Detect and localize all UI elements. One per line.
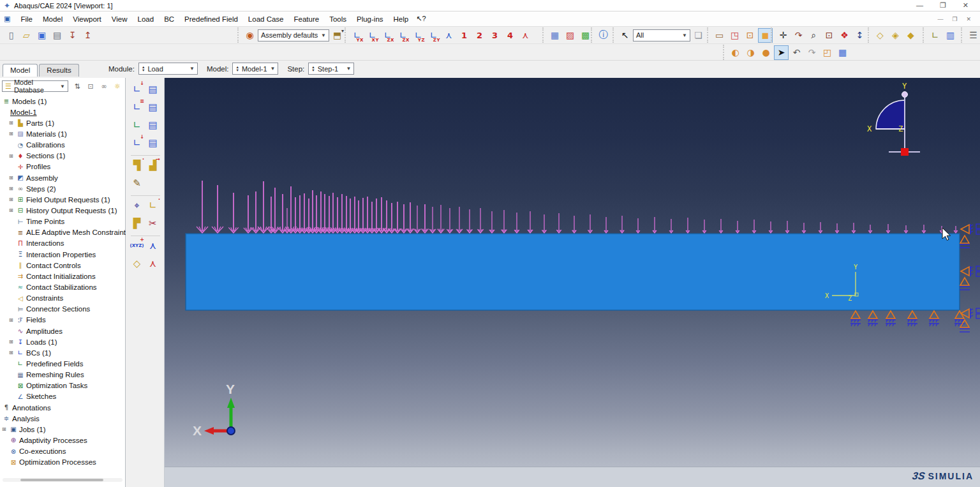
- tree-item[interactable]: ⊞ ¶ Annotations: [0, 402, 126, 413]
- expand-icon[interactable]: ⊞: [9, 317, 16, 323]
- user-view-1-button[interactable]: 1: [457, 28, 471, 43]
- select-displayed-button[interactable]: ▭: [712, 28, 727, 43]
- load-manager-button[interactable]: ▤: [145, 80, 161, 98]
- tree-collapse-button[interactable]: ⊡: [85, 81, 96, 92]
- color-code-combobox[interactable]: Assembly defaults▼: [258, 29, 329, 41]
- viewport-overlay-1-button[interactable]: ◐: [728, 45, 743, 60]
- bottom-view-button[interactable]: ∟ZX: [396, 28, 410, 43]
- viewport-circle-button[interactable]: ●: [759, 45, 773, 60]
- menu-item[interactable]: View: [107, 13, 133, 25]
- tree-item[interactable]: ⊞ ▣ Jobs (1): [0, 424, 126, 435]
- attachment-tool-button[interactable]: ∟ ·: [145, 197, 161, 214]
- menu-item[interactable]: Plug-ins: [352, 13, 389, 25]
- expand-icon[interactable]: ⊞: [9, 207, 16, 213]
- tree-item[interactable]: ⊞ Ξ Interaction Properties: [0, 249, 126, 260]
- tree-filter-button[interactable]: ☼: [112, 81, 123, 92]
- cut-tool-button[interactable]: ✂: [145, 214, 161, 232]
- tree-item[interactable]: ⊞ ◔ Calibrations: [0, 140, 126, 151]
- tree-item[interactable]: ⊞ ▙ Parts (1): [0, 117, 126, 128]
- menu-item[interactable]: Model: [38, 13, 68, 25]
- viewport-overlay-2-button[interactable]: ◑: [743, 45, 758, 60]
- hidden-line-render-button[interactable]: ◈: [888, 28, 903, 43]
- undo-button[interactable]: ↶: [789, 45, 804, 60]
- pan-view-button[interactable]: ✛: [776, 28, 791, 43]
- partition-tool-button[interactable]: ▛: [129, 214, 145, 232]
- wireframe-render-button[interactable]: ◇: [873, 28, 887, 43]
- tree-item[interactable]: ⊞ ⊠ Optimization Processes: [0, 457, 126, 468]
- viewport-restore-button[interactable]: ❐: [952, 16, 957, 22]
- tree-toggle-button[interactable]: ☰: [966, 28, 980, 43]
- fit-view-button[interactable]: ❖: [837, 28, 852, 43]
- create-bc-button[interactable]: ∟ ≡: [129, 98, 145, 116]
- expand-icon[interactable]: ⊞: [9, 153, 16, 159]
- menu-item[interactable]: Feature: [288, 13, 324, 25]
- right-view-button[interactable]: ∟ZY: [426, 28, 441, 43]
- menu-item[interactable]: Load: [133, 13, 160, 25]
- user-view-3-button[interactable]: 3: [487, 28, 502, 43]
- menu-item[interactable]: Viewport: [68, 13, 107, 25]
- datum-csys-tool-button[interactable]: ⋏: [145, 255, 161, 273]
- mesh-edit-button[interactable]: ▨: [563, 28, 577, 43]
- front-view-button[interactable]: ∟YX: [350, 28, 364, 43]
- step-combobox[interactable]: ▲▼ Step-1▼: [308, 63, 354, 75]
- expand-icon[interactable]: ⊞: [9, 186, 16, 191]
- tree-item[interactable]: ⊞ ∟ BCs (1): [0, 347, 126, 358]
- datum-plane-tool-button[interactable]: ◇: [129, 255, 145, 273]
- top-view-button[interactable]: ∟ZX: [380, 28, 395, 43]
- tree-item[interactable]: ⊞ ◩ Assembly: [0, 172, 126, 183]
- shaded-render-button[interactable]: ◆: [903, 28, 918, 43]
- create-load-button[interactable]: ∟ ↓: [129, 80, 145, 98]
- tree-spinner[interactable]: ⇅: [71, 81, 83, 92]
- expand-icon[interactable]: ⊞: [9, 339, 16, 345]
- tree-item[interactable]: ⊞ ⊗ Co-executions: [0, 446, 126, 457]
- left-view-button[interactable]: ∟YZ: [411, 28, 426, 43]
- tree-item[interactable]: ⊞ ◁ Constraints: [0, 293, 126, 304]
- menu-item[interactable]: BC: [159, 13, 179, 25]
- model-combobox[interactable]: ▲▼ Model-1▼: [232, 63, 278, 75]
- import-button[interactable]: ↧: [65, 28, 80, 43]
- tree-item[interactable]: ⊞ ≑ Analysis: [0, 413, 126, 424]
- load-case-manager-button[interactable]: ▤: [145, 134, 161, 152]
- tree-item[interactable]: ⊞ ∿ Amplitudes: [0, 326, 126, 336]
- tree-item[interactable]: ⊞ ✛ Profiles: [0, 161, 126, 172]
- color-code-palette-button[interactable]: ◉: [242, 28, 257, 43]
- tree-item[interactable]: ⊞ ∠ Sketches: [0, 391, 126, 402]
- overlay-button[interactable]: ❏: [691, 28, 706, 43]
- viewport-close-button[interactable]: ✕: [966, 16, 971, 22]
- viewport-minimize-button[interactable]: —: [937, 16, 943, 22]
- save-file-button[interactable]: ▣: [34, 28, 49, 43]
- mesh-display-button[interactable]: ▦: [547, 28, 562, 43]
- tree-item[interactable]: ⊞ ≣ Models (1): [0, 96, 126, 107]
- selection-filter-combobox[interactable]: All▼: [633, 29, 690, 41]
- datum-axis-tool-button[interactable]: ⋏: [145, 237, 161, 255]
- print-button[interactable]: ▤: [50, 28, 64, 43]
- open-file-button[interactable]: ▱: [19, 28, 34, 43]
- rotate-view-button[interactable]: ↷: [791, 28, 806, 43]
- annotation-pointer-button[interactable]: ➤: [774, 45, 789, 60]
- tree-item[interactable]: ⊞ ∟ Predefined Fields: [0, 358, 126, 369]
- tree-item[interactable]: ⊞ ⊕ Adaptivity Processes: [0, 435, 126, 446]
- export-button[interactable]: ↥: [80, 28, 95, 43]
- bc-manager-button[interactable]: ▤: [145, 98, 161, 116]
- tree-item[interactable]: ⊞ ♦ Sections (1): [0, 151, 126, 161]
- expand-icon[interactable]: ⊞: [9, 175, 16, 181]
- select-tool-button[interactable]: ↖: [618, 28, 632, 43]
- restore-button[interactable]: ❐: [940, 1, 946, 10]
- specify-view-button[interactable]: ⋏: [518, 28, 533, 43]
- panel-tab[interactable]: Results: [39, 64, 78, 77]
- query-info-button[interactable]: ⓘ: [596, 28, 611, 43]
- viewport-options-button[interactable]: ▥: [943, 28, 958, 43]
- tree-item[interactable]: ⊞ ⊟ History Output Requests (1): [0, 205, 126, 216]
- user-view-4-button[interactable]: 4: [503, 28, 517, 43]
- tree-item[interactable]: ⊞ ℱ Fields: [0, 315, 126, 326]
- highlight-select-button[interactable]: ⊡: [743, 28, 757, 43]
- toolbox-spacer[interactable]: [145, 174, 161, 192]
- expand-icon[interactable]: ⊞: [2, 426, 9, 432]
- tree-item[interactable]: ⊞ ↧ Loads (1): [0, 336, 126, 347]
- model-database-combobox[interactable]: ☰ Model Database▼: [2, 80, 68, 92]
- zoom-box-button[interactable]: ⊡: [822, 28, 836, 43]
- predefined-field-manager-button[interactable]: ▤: [145, 116, 161, 134]
- tree-item[interactable]: ⊞ Π Interactions: [0, 238, 126, 249]
- visible-objects-button[interactable]: ⬒▾: [330, 28, 345, 43]
- drag-select-button[interactable]: ◳: [727, 28, 742, 43]
